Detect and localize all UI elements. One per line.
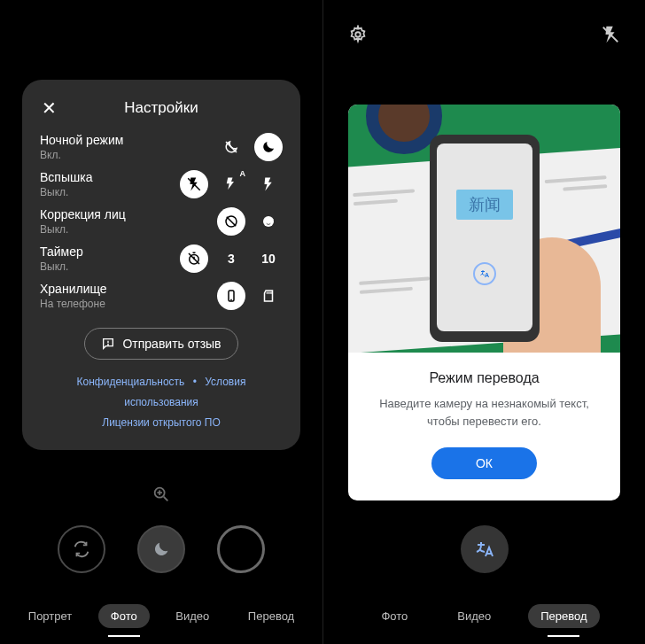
svg-point-4 — [263, 216, 274, 227]
svg-point-22 — [355, 32, 361, 37]
setting-label: Хранилище — [40, 282, 217, 296]
camera-tabs: Портрет Фото Видео Перевод — [0, 604, 322, 628]
translate-icon — [473, 262, 496, 285]
ok-button[interactable]: ОК — [431, 447, 537, 479]
settings-links: Конфиденциальность • Условия использован… — [40, 372, 283, 432]
retouch-off-icon[interactable] — [217, 207, 245, 236]
gear-icon[interactable] — [348, 25, 368, 48]
setting-label: Ночной режим — [40, 133, 217, 147]
svg-point-17 — [108, 345, 109, 345]
tab-video[interactable]: Видео — [163, 604, 221, 628]
tab-photo[interactable]: Фото — [98, 604, 150, 628]
modal-description: Наведите камеру на незнакомый текст, что… — [368, 395, 601, 430]
timer-10-icon[interactable]: 10 — [254, 244, 283, 273]
phone-storage-icon[interactable] — [217, 282, 245, 310]
feedback-icon — [101, 337, 115, 351]
flash-on-icon[interactable] — [254, 170, 283, 198]
shutter-button[interactable] — [217, 525, 265, 573]
svg-line-3 — [227, 217, 237, 227]
setting-row-flash: Вспышка Выкл. A — [40, 170, 283, 198]
feedback-label: Отправить отзыв — [122, 337, 221, 351]
timer-3-icon[interactable]: 3 — [217, 244, 245, 273]
switch-camera-button[interactable] — [58, 525, 105, 573]
svg-line-19 — [164, 497, 168, 501]
setting-row-storage: Хранилище На телефоне — [40, 282, 283, 310]
translate-mode-screen: 新闻 Режим перевода Наведите камеру на нез… — [322, 0, 645, 644]
moon-icon[interactable] — [254, 133, 283, 161]
phone-illustration: 新闻 — [430, 135, 540, 342]
mode-buttons — [0, 525, 322, 573]
tab-translate[interactable]: Перевод — [236, 604, 307, 628]
setting-label: Вспышка — [40, 170, 180, 184]
modal-title: Режим перевода — [368, 370, 601, 386]
sd-card-icon[interactable] — [254, 282, 283, 310]
translate-mode-button[interactable] — [461, 525, 509, 573]
timer-off-icon[interactable] — [180, 244, 208, 273]
settings-title: Настройки — [40, 99, 283, 117]
night-off-icon[interactable] — [217, 133, 245, 161]
setting-row-night: Ночной режим Вкл. — [40, 133, 283, 161]
setting-value: На телефоне — [40, 298, 217, 310]
translate-modal: 新闻 Режим перевода Наведите камеру на нез… — [348, 105, 620, 500]
retouch-on-icon[interactable] — [254, 207, 283, 236]
setting-value: Выкл. — [40, 186, 180, 198]
setting-value: Выкл. — [40, 223, 217, 236]
camera-tabs: Фото Видео Перевод — [323, 604, 645, 628]
tab-video[interactable]: Видео — [445, 604, 503, 628]
close-icon[interactable]: ✕ — [42, 99, 57, 117]
privacy-link[interactable]: Конфиденциальность — [77, 376, 185, 388]
night-mode-button[interactable] — [137, 525, 185, 573]
setting-value: Вкл. — [40, 149, 217, 161]
setting-value: Выкл. — [40, 260, 180, 273]
tab-photo[interactable]: Фото — [369, 604, 420, 628]
setting-row-retouch: Коррекция лиц Выкл. — [40, 207, 283, 236]
switch-camera-icon — [72, 539, 91, 559]
tab-translate[interactable]: Перевод — [528, 604, 599, 628]
illustration-text: 新闻 — [456, 190, 513, 220]
flash-off-icon[interactable] — [601, 25, 620, 48]
camera-settings-screen: ✕ Настройки Ночной режим Вкл. Вспышка — [0, 0, 322, 644]
licenses-link[interactable]: Лицензии открытого ПО — [102, 416, 220, 429]
flash-auto-label: A — [239, 169, 247, 178]
svg-point-5 — [266, 220, 268, 221]
settings-header: ✕ Настройки — [40, 99, 283, 117]
zoom-icon[interactable] — [152, 485, 171, 508]
translate-icon — [474, 539, 495, 560]
flash-off-icon[interactable] — [180, 170, 208, 198]
feedback-button[interactable]: Отправить отзыв — [84, 328, 237, 360]
setting-row-timer: Таймер Выкл. 3 10 — [40, 244, 283, 273]
settings-panel: ✕ Настройки Ночной режим Вкл. Вспышка — [22, 80, 300, 450]
modal-illustration: 新闻 — [348, 105, 620, 353]
setting-label: Таймер — [40, 244, 180, 259]
top-bar — [323, 25, 645, 48]
moon-icon — [152, 539, 171, 559]
tab-portrait[interactable]: Портрет — [16, 604, 84, 628]
flash-auto-icon[interactable]: A — [217, 170, 245, 198]
setting-label: Коррекция лиц — [40, 207, 217, 221]
